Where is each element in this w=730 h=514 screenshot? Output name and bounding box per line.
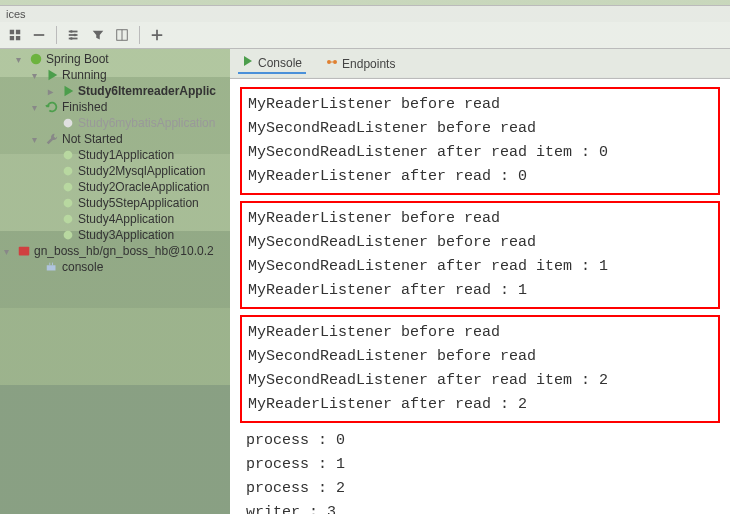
log-line: MyReaderListener before read bbox=[248, 321, 712, 345]
svg-point-5 bbox=[70, 37, 73, 40]
chevron-down-icon: ▾ bbox=[4, 246, 14, 257]
svg-rect-17 bbox=[47, 265, 56, 270]
tree-app-item[interactable]: Study1Application bbox=[0, 147, 230, 163]
tree-running-app[interactable]: ▸ Study6ItemreaderApplic bbox=[0, 83, 230, 99]
tree-root[interactable]: ▾ Spring Boot bbox=[0, 51, 230, 67]
tab-console[interactable]: Console bbox=[238, 53, 306, 74]
spring-icon bbox=[61, 196, 75, 210]
tree-label: Finished bbox=[62, 100, 107, 114]
spring-icon bbox=[61, 212, 75, 226]
tree-app-item[interactable]: Study5StepApplication bbox=[0, 195, 230, 211]
console-tabs: Console Endpoints bbox=[230, 49, 730, 79]
settings-icon[interactable] bbox=[65, 26, 83, 44]
log-line: MyReaderListener after read : 1 bbox=[248, 279, 712, 303]
tree-app-item[interactable]: Study2MysqlApplication bbox=[0, 163, 230, 179]
spring-icon bbox=[61, 228, 75, 242]
log-line: MySecondReadListener after read item : 0 bbox=[248, 141, 712, 165]
svg-point-13 bbox=[64, 199, 73, 208]
tree-label: Study6mybatisApplication bbox=[78, 116, 215, 130]
svg-point-11 bbox=[64, 167, 73, 176]
svg-rect-19 bbox=[52, 263, 53, 266]
tree-panel: ▾ Spring Boot ▾ Running ▸ Study6Itemread… bbox=[0, 49, 230, 514]
log-line: MyReaderListener before read bbox=[248, 93, 712, 117]
tree-label: Study4Application bbox=[78, 212, 174, 226]
db-icon bbox=[17, 244, 31, 258]
chevron-down-icon: ▾ bbox=[16, 54, 26, 65]
log-line: MySecondReadListener before read bbox=[248, 345, 712, 369]
wrench-icon bbox=[45, 132, 59, 146]
tree-app-item[interactable]: Study2OracleApplication bbox=[0, 179, 230, 195]
svg-point-8 bbox=[31, 54, 42, 65]
svg-point-21 bbox=[333, 60, 337, 64]
log-line: writer : 3 bbox=[240, 501, 720, 514]
tree-label: Study3Application bbox=[78, 228, 174, 242]
log-line: MyReaderListener after read : 0 bbox=[248, 165, 712, 189]
spring-icon bbox=[61, 164, 75, 178]
log-line: process : 2 bbox=[240, 477, 720, 501]
tree-finished[interactable]: ▾ Finished bbox=[0, 99, 230, 115]
panel-title: ices bbox=[0, 6, 730, 22]
log-line: process : 0 bbox=[240, 429, 720, 453]
chevron-down-icon: ▾ bbox=[32, 70, 42, 81]
spring-icon bbox=[61, 180, 75, 194]
tree-label: Study2MysqlApplication bbox=[78, 164, 205, 178]
svg-rect-16 bbox=[19, 247, 30, 256]
tab-label: Console bbox=[258, 56, 302, 70]
log-line: MyReaderListener before read bbox=[248, 207, 712, 231]
tree-label: Study5StepApplication bbox=[78, 196, 199, 210]
endpoint-icon bbox=[326, 56, 338, 71]
log-line: process : 1 bbox=[240, 453, 720, 477]
tree-label: gn_boss_hb/gn_boss_hb@10.0.2 bbox=[34, 244, 214, 258]
tree-label: Study2OracleApplication bbox=[78, 180, 209, 194]
expand-all-icon[interactable] bbox=[6, 26, 24, 44]
tree-label: Study1Application bbox=[78, 148, 174, 162]
log-line: MySecondReadListener after read item : 2 bbox=[248, 369, 712, 393]
svg-point-3 bbox=[70, 30, 73, 33]
tree-db-node[interactable]: ▾ gn_boss_hb/gn_boss_hb@10.0.2 bbox=[0, 243, 230, 259]
console-icon bbox=[45, 260, 59, 274]
tab-label: Endpoints bbox=[342, 57, 395, 71]
console-output[interactable]: MyReaderListener before readMySecondRead… bbox=[230, 79, 730, 514]
svg-point-15 bbox=[64, 231, 73, 240]
tree-db-child[interactable]: console bbox=[0, 259, 230, 275]
log-group-2: MyReaderListener before readMySecondRead… bbox=[240, 315, 720, 423]
svg-point-10 bbox=[64, 151, 73, 160]
svg-point-20 bbox=[327, 60, 331, 64]
svg-rect-18 bbox=[49, 263, 50, 266]
chevron-down-icon: ▾ bbox=[32, 134, 42, 145]
svg-point-9 bbox=[64, 119, 73, 128]
spring-icon bbox=[61, 116, 75, 130]
collapse-all-icon[interactable] bbox=[30, 26, 48, 44]
refresh-icon bbox=[45, 100, 59, 114]
tree-label: Not Started bbox=[62, 132, 123, 146]
spring-icon bbox=[29, 52, 43, 66]
add-icon[interactable] bbox=[148, 26, 166, 44]
tree-app-item[interactable]: Study4Application bbox=[0, 211, 230, 227]
play-icon bbox=[61, 84, 75, 98]
svg-point-4 bbox=[74, 34, 77, 37]
spring-icon bbox=[61, 148, 75, 162]
log-line: MySecondReadListener after read item : 1 bbox=[248, 255, 712, 279]
log-line: MySecondReadListener before read bbox=[248, 117, 712, 141]
log-line: MySecondReadListener before read bbox=[248, 231, 712, 255]
chevron-down-icon: ▾ bbox=[32, 102, 42, 113]
tree-finished-app[interactable]: Study6mybatisApplication bbox=[0, 115, 230, 131]
layout-icon[interactable] bbox=[113, 26, 131, 44]
svg-point-12 bbox=[64, 183, 73, 192]
tree-label: Running bbox=[62, 68, 107, 82]
tree-app-item[interactable]: Study3Application bbox=[0, 227, 230, 243]
tree-not-started[interactable]: ▾ Not Started bbox=[0, 131, 230, 147]
chevron-right-icon: ▸ bbox=[48, 86, 58, 97]
log-line: MyReaderListener after read : 2 bbox=[248, 393, 712, 417]
tree-running[interactable]: ▾ Running bbox=[0, 67, 230, 83]
tab-endpoints[interactable]: Endpoints bbox=[322, 54, 399, 73]
play-icon bbox=[45, 68, 59, 82]
play-icon bbox=[242, 55, 254, 70]
log-group-1: MyReaderListener before readMySecondRead… bbox=[240, 201, 720, 309]
tree-label: Study6ItemreaderApplic bbox=[78, 84, 216, 98]
log-group-0: MyReaderListener before readMySecondRead… bbox=[240, 87, 720, 195]
toolbar bbox=[0, 22, 730, 49]
filter-icon[interactable] bbox=[89, 26, 107, 44]
tree-label: console bbox=[62, 260, 103, 274]
tree-label: Spring Boot bbox=[46, 52, 109, 66]
